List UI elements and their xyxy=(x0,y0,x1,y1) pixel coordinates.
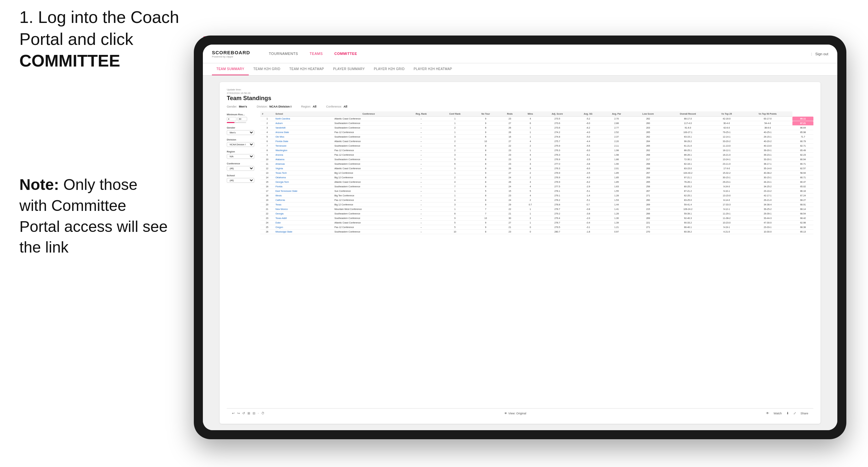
nav-committee[interactable]: COMMITTEE xyxy=(329,44,363,63)
school-cell[interactable]: Florida State xyxy=(274,139,333,144)
undo-icon[interactable]: ↩ xyxy=(232,411,235,415)
conference-filter-group: Conference (All) xyxy=(227,162,256,171)
table-row[interactable]: 10AlabamaSoutheastern Conference–5823327… xyxy=(260,157,813,162)
table-row[interactable]: 1North CarolinaAtlantic Coast Conference… xyxy=(260,117,813,121)
school-cell[interactable]: Washington xyxy=(274,148,333,153)
table-row[interactable]: 24DukeAtlantic Coast Conference–59271278… xyxy=(260,221,813,225)
region-select[interactable]: N/A xyxy=(227,154,254,159)
table-row[interactable]: 17East Tennessee StateSun Conference–151… xyxy=(260,189,813,193)
table-row[interactable]: 4Arizona StatePac-12 Conference–19261274… xyxy=(260,130,813,135)
clock-icon[interactable]: ⏱ xyxy=(261,411,265,415)
school-cell[interactable]: Arizona State xyxy=(274,130,333,135)
school-cell[interactable]: East Tennessee State xyxy=(274,189,333,193)
view-original-label: View: Original xyxy=(508,412,526,415)
table-row[interactable]: 25OregonPac-12 Conference–59210279.5-3.1… xyxy=(260,225,813,229)
toolbar-left: ↩ ↪ ↺ ⊞ ⊟ · ⏱ xyxy=(232,411,265,415)
filter-region: Region: All xyxy=(301,105,317,108)
table-row[interactable]: 15Georgia TechAtlantic Coast Conference–… xyxy=(260,180,813,184)
expand-icon[interactable]: ⤢ xyxy=(794,411,796,415)
reset-icon[interactable]: ↺ xyxy=(242,411,245,415)
school-cell[interactable]: Texas A&M xyxy=(274,216,333,221)
share-button[interactable]: Share xyxy=(801,412,808,415)
view-original-button[interactable]: 👁 View: Original xyxy=(504,412,526,415)
school-cell[interactable]: Arizona xyxy=(274,153,333,157)
logo-text: SCOREBOARD xyxy=(212,50,250,55)
table-row[interactable]: 7TennesseeSoutheastern Conference–482222… xyxy=(260,144,813,148)
school-cell[interactable]: Oklahoma xyxy=(274,175,333,180)
school-cell[interactable]: Auburn xyxy=(274,121,333,126)
nav-links: TOURNAMENTS TEAMS COMMITTEE xyxy=(263,44,363,63)
school-cell[interactable]: Texas xyxy=(274,203,333,207)
school-cell[interactable]: Georgia Tech xyxy=(274,180,333,184)
school-cell[interactable]: Alabama xyxy=(274,157,333,162)
min-rounds-max[interactable] xyxy=(238,117,247,121)
school-cell[interactable]: Ole Miss xyxy=(274,135,333,139)
nav-tournaments[interactable]: TOURNAMENTS xyxy=(263,44,304,63)
subnav-team-summary[interactable]: TEAM SUMMARY xyxy=(212,63,249,75)
subnav-team-h2h-heatmap[interactable]: TEAM H2H HEATMAP xyxy=(285,63,329,75)
school-cell[interactable]: Texas Tech xyxy=(274,171,333,175)
table-row[interactable]: 14OklahomaBig 12 Conference–28242276.9-4… xyxy=(260,175,813,180)
table-row[interactable]: 3VanderbiltSoutheastern Conference–28261… xyxy=(260,126,813,130)
copy-icon[interactable]: ⊞ xyxy=(247,411,250,415)
paste-icon[interactable]: ⊟ xyxy=(253,411,255,415)
redo-icon[interactable]: ↪ xyxy=(237,411,240,415)
school-cell[interactable]: Tennessee xyxy=(274,144,333,148)
division-filter-label: Division xyxy=(227,138,256,141)
col-adj-score: Adj. Score xyxy=(540,112,574,117)
standings-card: Update time: 27/03/2024 16:56:26 Team St… xyxy=(220,82,820,424)
table-row[interactable]: 19CaliforniaPac-12 Conference–48242278.2… xyxy=(260,198,813,203)
school-cell[interactable]: Mississippi State xyxy=(274,229,333,234)
table-row[interactable]: 26Mississippi StateSoutheastern Conferen… xyxy=(260,229,813,234)
school-cell[interactable]: Illinois xyxy=(274,193,333,198)
watch-button[interactable]: Watch xyxy=(774,412,782,415)
school-cell[interactable]: California xyxy=(274,198,333,203)
tablet-frame: SCOREBOARD Powered by clippd TOURNAMENTS… xyxy=(194,35,846,439)
table-row[interactable]: 6Florida StateAtlantic Coast Conference–… xyxy=(260,139,813,144)
table-row[interactable]: 18IllinoisBig Ten Conference–18234279.1-… xyxy=(260,193,813,198)
table-row[interactable]: 20TexasBig 12 Conference–39290.7278.80.7… xyxy=(260,203,813,207)
school-cell[interactable]: Duke xyxy=(274,221,333,225)
conference-select[interactable]: (All) xyxy=(227,166,254,171)
school-select[interactable]: (All) xyxy=(227,178,254,183)
download-icon[interactable]: ⬇ xyxy=(786,411,789,415)
subnav-player-summary[interactable]: PLAYER SUMMARY xyxy=(329,63,369,75)
col-vs25: Vs Top 25 xyxy=(711,112,743,117)
table-row[interactable]: 5Ole MissSoutheastern Conference–3616127… xyxy=(260,135,813,139)
table-row[interactable]: 13Texas TechBig 12 Conference–19272276.9… xyxy=(260,171,813,175)
table-row[interactable]: 8WashingtonPac-12 Conference–28231276.3-… xyxy=(260,148,813,153)
subnav-player-h2h-heatmap[interactable]: PLAYER H2H HEATMAP xyxy=(409,63,457,75)
filters-row: Gender: Men's Division: NCAA Division I … xyxy=(227,105,813,108)
school-cell[interactable]: Virginia xyxy=(274,166,333,171)
school-cell[interactable]: Vanderbilt xyxy=(274,126,333,130)
table-row[interactable]: 23Texas A&MSoutheastern Conference–91030… xyxy=(260,216,813,221)
table-row[interactable]: 16FloridaSoutheastern Conference–7924427… xyxy=(260,184,813,189)
sign-out-button[interactable]: Sign out xyxy=(811,52,828,56)
conference-filter-label: Conference xyxy=(227,162,256,165)
col-avg-par: Avg. Par xyxy=(602,112,631,117)
table-row[interactable]: 9ArizonaPac-12 Conference–38234276.3-6.1… xyxy=(260,153,813,157)
standings-table-container: # School Conference Reg. Rank Conf Rank … xyxy=(260,112,813,408)
school-cell[interactable]: Georgia xyxy=(274,212,333,216)
table-row[interactable]: 22GeorgiaSoutheastern Conference–8721127… xyxy=(260,212,813,216)
division-select[interactable]: NCAA Division I xyxy=(227,142,254,147)
col-rank: # xyxy=(260,112,274,117)
powered-by: Powered by clippd xyxy=(212,55,250,58)
instruction-area: 1. Log into the Coach Portal and click C… xyxy=(20,6,207,72)
school-cell[interactable]: New Mexico xyxy=(274,207,333,212)
card-header: Update time: 27/03/2024 16:56:26 Team St… xyxy=(227,88,813,102)
min-rounds-slider[interactable] xyxy=(227,122,246,123)
table-row[interactable]: 12VirginiaAtlantic Coast Conference–3826… xyxy=(260,166,813,171)
table-row[interactable]: 11ArkansasSoutheastern Conference–682332… xyxy=(260,162,813,166)
nav-teams[interactable]: TEAMS xyxy=(304,44,329,63)
subnav-player-h2h-grid[interactable]: PLAYER H2H GRID xyxy=(369,63,409,75)
school-cell[interactable]: North Carolina xyxy=(274,117,333,121)
gender-select[interactable]: Men's xyxy=(227,130,254,135)
school-cell[interactable]: Florida xyxy=(274,184,333,189)
school-cell[interactable]: Arkansas xyxy=(274,162,333,166)
table-row[interactable]: 21New MexicoMountain West Conference–172… xyxy=(260,207,813,212)
school-cell[interactable]: Oregon xyxy=(274,225,333,229)
subnav-team-h2h-grid[interactable]: TEAM H2H GRID xyxy=(249,63,285,75)
table-row[interactable]: 2AuburnSoutheastern Conference–19276273.… xyxy=(260,121,813,126)
min-rounds-min[interactable] xyxy=(227,117,237,121)
